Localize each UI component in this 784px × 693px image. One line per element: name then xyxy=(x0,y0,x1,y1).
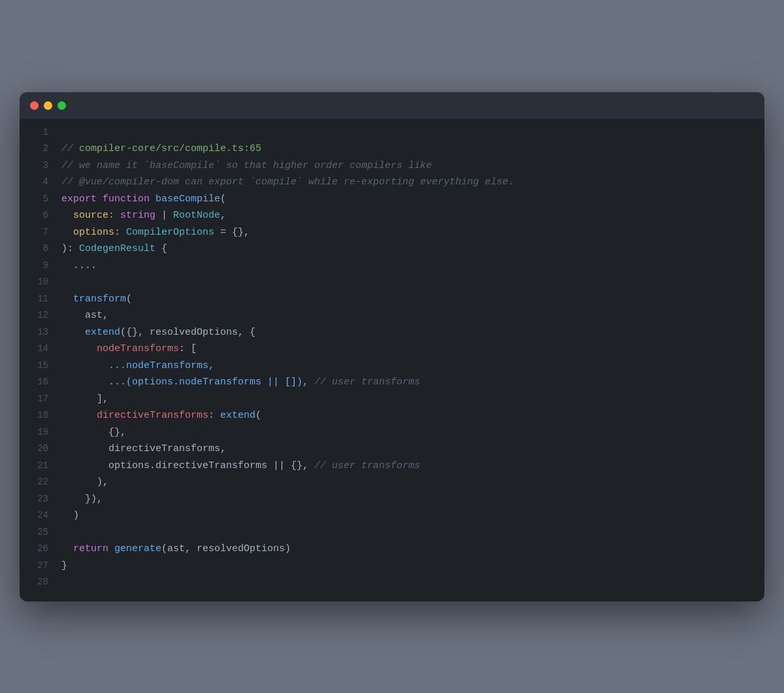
code-line: 13 extend({}, resolvedOptions, { xyxy=(20,324,764,341)
code-line: 4 // @vue/compiler-dom can export `compi… xyxy=(20,174,764,191)
code-line: 25 xyxy=(20,524,764,541)
code-line: 21 options.directiveTransforms || {}, //… xyxy=(20,458,764,475)
code-line: 3 // we name it `baseCompile` so that hi… xyxy=(20,158,764,175)
code-line: 1 xyxy=(20,124,764,141)
code-line: 27 } xyxy=(20,558,764,575)
code-line: 9 .... xyxy=(20,258,764,275)
code-line: 14 nodeTransforms: [ xyxy=(20,341,764,358)
code-line: 19 {}, xyxy=(20,424,764,441)
code-line: 7 options: CompilerOptions = {}, xyxy=(20,224,764,241)
code-line: 17 ], xyxy=(20,391,764,408)
code-line: 22 ), xyxy=(20,474,764,491)
code-line: 24 ) xyxy=(20,507,764,524)
code-line: 5 export function baseCompile( xyxy=(20,191,764,208)
code-line: 8 ): CodegenResult { xyxy=(20,241,764,258)
code-line: 28 xyxy=(20,574,764,591)
code-line: 6 source: string | RootNode, xyxy=(20,207,764,224)
titlebar xyxy=(20,92,764,119)
code-line: 20 directiveTransforms, xyxy=(20,441,764,458)
code-line: 2 // compiler-core/src/compile.ts:65 xyxy=(20,141,764,158)
code-line: 10 xyxy=(20,274,764,291)
code-editor: 1 2 // compiler-core/src/compile.ts:65 3… xyxy=(20,119,764,601)
maximize-button[interactable] xyxy=(57,101,66,110)
close-button[interactable] xyxy=(30,101,39,110)
code-line: 15 ...nodeTransforms, xyxy=(20,358,764,375)
code-line: 26 return generate(ast, resolvedOptions) xyxy=(20,541,764,558)
code-line: 11 transform( xyxy=(20,291,764,308)
code-line: 18 directiveTransforms: extend( xyxy=(20,407,764,424)
code-line: 12 ast, xyxy=(20,307,764,324)
code-line: 16 ...(options.nodeTransforms || []), //… xyxy=(20,374,764,391)
minimize-button[interactable] xyxy=(44,101,52,110)
code-line: 23 }), xyxy=(20,491,764,508)
editor-window: 1 2 // compiler-core/src/compile.ts:65 3… xyxy=(20,92,764,601)
